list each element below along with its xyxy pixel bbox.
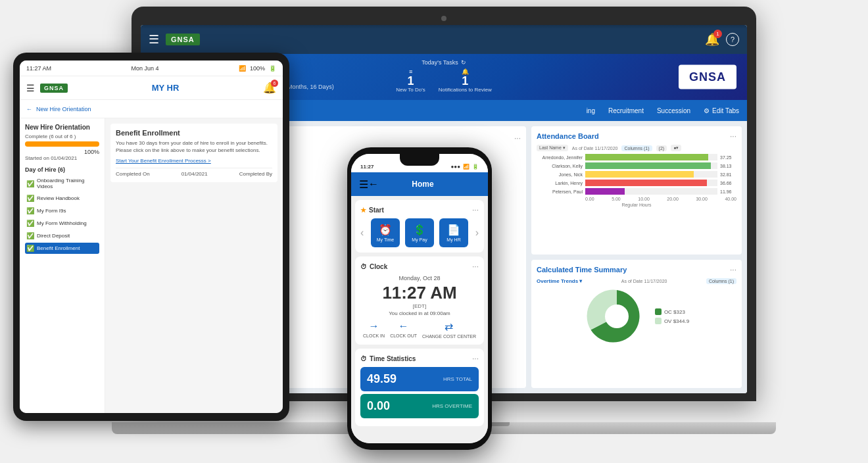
stat-value-total: 49.59 [367,372,397,386]
att-row-4: Petersen, Paul 11.96 [537,188,736,195]
start-card-dots[interactable]: ··· [472,205,479,214]
legend-label-1: OV $344.9 [664,318,689,324]
edit-tabs-label: Edit Tabs [712,107,739,114]
clock-label: Clock [370,263,387,270]
time-summary-dots[interactable]: ··· [730,265,736,274]
laptop-logo-area: ☰ GNSA [149,32,200,47]
att-bar-4 [585,188,625,195]
clock-in-label: CLOCK IN [363,333,385,338]
ts-columns[interactable]: Columns (1) [706,278,736,284]
my-hr-icon: 📄 [447,224,460,236]
att-bar-wrap-4 [585,188,717,195]
breadcrumb-back-icon[interactable]: ← [26,106,32,112]
nav-item-recruitment[interactable]: Recruitment [608,107,644,114]
time-stats-icon: ⏱ [360,355,367,362]
check-icon-2: ✅ [26,207,34,214]
att-val-0: 37.25 [720,155,736,160]
task-new-todos: ≡ 1 New To Do's [396,68,425,93]
change-cost-label: CHANGE COST CENTER [422,334,476,339]
phone-wifi-icon: 📶 [463,164,470,170]
completed-by-label: Completed By [239,171,272,177]
notification-bell[interactable]: 🔔 1 [705,32,719,47]
tablet-hamburger[interactable]: ☰ [26,83,35,93]
my-time-btn[interactable]: ⏰ My Time [371,218,400,247]
att-columns-label[interactable]: Columns (1) [621,145,652,151]
next-arrow[interactable]: › [475,227,479,239]
clock-out-label: CLOCK OUT [390,333,417,338]
phone-content: ★ Start ··· ‹ ⏰ My Time [351,196,488,443]
my-hr-btn[interactable]: 📄 My HR [439,218,468,247]
my-time-label: My Time [377,237,394,242]
nav-item-withholding[interactable]: ✅ My Form Withholding [25,218,99,229]
refresh-icon[interactable]: ↻ [461,59,466,66]
tablet-page-title: MY HR [152,83,180,93]
nav-item-benefit[interactable]: ✅ Benefit Enrollment [25,243,99,254]
sidebar-progress-bar-wrap [25,141,99,147]
task-notif-count: 1 [439,75,492,87]
nav-item-form-i9[interactable]: ✅ My Form I9s [25,205,99,216]
sidebar-section-title: Day of Hire (6) [25,166,99,173]
nav-item-onboarding[interactable]: ✅ Onboarding Training Videos [25,176,99,191]
my-hr-label: My HR [446,237,460,242]
stat-row-overtime: 0.00 HRS OVERTIME [360,394,479,418]
laptop-logo: GNSA [166,34,200,45]
phone-menu-icon[interactable]: ☰ [359,178,368,191]
clock-title: ⏱ Clock [360,263,387,270]
att-filter-dot[interactable]: ●▾ [671,145,681,151]
task-notif-desc: Notifications to Review [439,87,492,93]
clock-out-btn[interactable]: ← CLOCK OUT [390,320,417,339]
att-val-4: 11.96 [720,189,736,194]
tablet-notification-bell[interactable]: 🔔 6 [263,82,276,94]
sidebar-title: New Hire Orientation [25,124,99,131]
nav-label-2: My Form I9s [37,208,66,214]
clock-card-dots[interactable]: ··· [472,262,479,271]
sidebar-started: Started on 01/04/2021 [25,155,99,161]
time-summary-header: Calculated Time Summary ··· [537,265,736,274]
prev-arrow[interactable]: ‹ [360,227,364,239]
nav-label-1: Review Handbook [37,195,80,201]
phone-page-title: Home [379,180,467,189]
time-stats-label: Time Statistics [370,355,416,362]
att-row-2: Jones, Nick 32.81 [537,171,736,178]
help-icon[interactable]: ? [726,33,739,46]
my-pay-btn[interactable]: 💲 My Pay [405,218,434,247]
my-pay-label: My Pay [412,237,427,242]
laptop-top-icons: 🔔 1 ? [705,32,739,47]
att-bar-0 [585,154,708,160]
task-notifications: 🔔 1 Notifications to Review [439,68,492,93]
attendance-dots[interactable]: ··· [730,132,736,141]
phone-signal-icon: ●●● [451,164,461,170]
nav-item-ing[interactable]: ing [587,107,595,114]
tablet-topbar: ☰ GNSA MY HR 🔔 6 [20,76,283,100]
hamburger-icon[interactable]: ☰ [149,32,159,47]
my-time-icon: ⏰ [379,224,392,236]
att-row-3: Larkin, Henry 36.66 [537,180,736,186]
left-panel-dots[interactable]: ··· [514,134,521,143]
legend-color-1 [655,318,662,324]
att-lastname-filter[interactable]: Last Name ▾ [537,145,568,151]
change-cost-btn[interactable]: ⇄ CHANGE COST CENTER [422,320,476,339]
nav-item-succession[interactable]: Succession [657,107,690,114]
battery-icon: 🔋 [269,65,276,72]
nav-item-deposit[interactable]: ✅ Direct Deposit [25,230,99,241]
time-stats-dots[interactable]: ··· [472,354,479,363]
phone-screen: 11:27 ●●● 📶 🔋 ☰ ← Home [351,154,488,443]
enrollment-link[interactable]: Start Your Benefit Enrollment Processs > [116,158,272,164]
nav-label-4: Direct Deposit [37,233,70,239]
laptop-topbar: ☰ GNSA 🔔 1 ? [141,25,747,54]
clock-out-icon: ← [398,320,409,332]
clock-in-btn[interactable]: → CLOCK IN [363,320,385,339]
legend-color-0 [655,308,662,315]
phone-back-icon[interactable]: ← [368,178,379,190]
att-filter-2[interactable]: (2) [656,145,667,151]
att-bar-wrap-1 [585,162,717,169]
attendance-title: Attendance Board [537,132,599,140]
overtime-label[interactable]: Overtime Trends ▾ [537,278,582,284]
att-x-label: Regular Hours [537,203,736,207]
att-row-0: Arredondo, Jennifer 37.25 [537,154,736,160]
att-name-4: Petersen, Paul [537,189,583,194]
edit-tabs-btn[interactable]: ⚙ Edit Tabs [704,107,739,114]
phone-start-card: ★ Start ··· ‹ ⏰ My Time [355,200,484,253]
phone-status-right: ●●● 📶 🔋 [451,164,479,170]
nav-item-handbook[interactable]: ✅ Review Handbook [25,193,99,204]
